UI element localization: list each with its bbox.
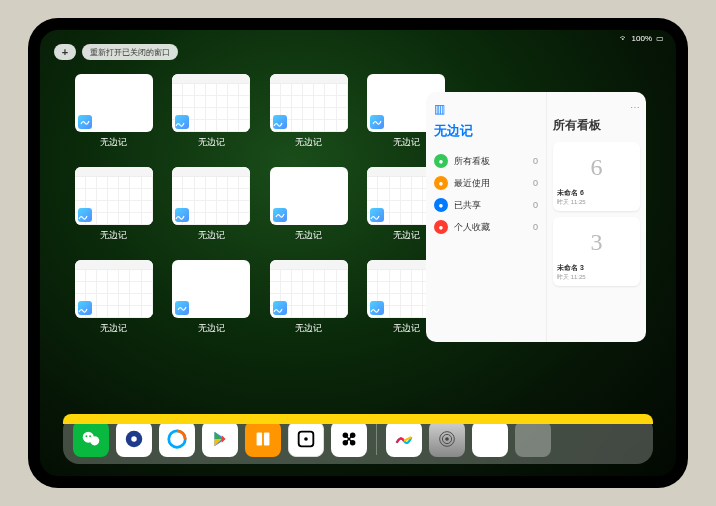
window-thumbnail[interactable] <box>172 260 250 318</box>
app-window[interactable]: 无边记 <box>70 167 158 242</box>
sidebar-item-label: 最近使用 <box>454 177 490 190</box>
window-label: 无边记 <box>295 229 322 242</box>
sidebar-item-count: 0 <box>533 156 538 166</box>
freeform-app-icon <box>175 115 189 129</box>
freeform-app-icon <box>370 208 384 222</box>
battery-label: 100% <box>632 34 652 43</box>
screen: ᯤ 100% ▭ + 重新打开已关闭的窗口 无边记无边记无边记无边记无边记无边记… <box>40 30 676 476</box>
sidebar-item-label: 所有看板 <box>454 155 490 168</box>
sidebar-item[interactable]: ●已共享0 <box>434 194 538 216</box>
app-window[interactable]: 无边记 <box>265 167 353 242</box>
panel-title: 无边记 <box>434 122 538 140</box>
window-label: 无边记 <box>198 136 225 149</box>
app-window[interactable]: 无边记 <box>265 260 353 335</box>
window-label: 无边记 <box>393 322 420 335</box>
svg-point-19 <box>445 437 449 441</box>
window-grid: 无边记无边记无边记无边记无边记无边记无边记无边记无边记无边记无边记无边记 <box>70 74 450 335</box>
freeform-app-icon <box>273 208 287 222</box>
board-preview: 6 <box>557 146 636 188</box>
sidebar-item-count: 0 <box>533 200 538 210</box>
window-label: 无边记 <box>198 229 225 242</box>
board-name: 未命名 6 <box>557 188 636 198</box>
board-preview: 3 <box>557 221 636 263</box>
panel-right-title: 所有看板 <box>553 117 640 134</box>
freeform-app-icon <box>78 115 92 129</box>
window-thumbnail[interactable] <box>75 260 153 318</box>
freeform-app-icon <box>175 208 189 222</box>
window-label: 无边记 <box>295 322 322 335</box>
ipad-frame: ᯤ 100% ▭ + 重新打开已关闭的窗口 无边记无边记无边记无边记无边记无边记… <box>28 18 688 488</box>
board-name: 未命名 3 <box>557 263 636 273</box>
sidebar-item-label: 已共享 <box>454 199 481 212</box>
more-icon[interactable]: ⋯ <box>630 102 640 113</box>
freeform-app-icon <box>175 301 189 315</box>
add-window-button[interactable]: + <box>54 44 76 60</box>
freeform-app-icon <box>370 115 384 129</box>
freeform-app-icon <box>78 301 92 315</box>
svg-point-1 <box>90 436 99 445</box>
reopen-closed-button[interactable]: 重新打开已关闭的窗口 <box>82 44 178 60</box>
play-store-icon[interactable] <box>202 421 238 457</box>
board-card[interactable]: 6未命名 6昨天 11:25 <box>553 142 640 211</box>
app-library-icon[interactable] <box>515 421 551 457</box>
sidebar-item-icon: ● <box>434 176 448 190</box>
window-thumbnail[interactable] <box>172 74 250 132</box>
window-thumbnail[interactable] <box>75 167 153 225</box>
sidebar-item-icon: ● <box>434 154 448 168</box>
status-bar: ᯤ 100% ▭ <box>620 34 664 43</box>
window-thumbnail[interactable] <box>270 74 348 132</box>
notes-icon[interactable] <box>472 421 508 457</box>
board-card[interactable]: 3未命名 3昨天 11:25 <box>553 217 640 286</box>
app-window[interactable]: 无边记 <box>70 74 158 149</box>
window-label: 无边记 <box>198 322 225 335</box>
wifi-icon: ᯤ <box>620 34 628 43</box>
window-thumbnail[interactable] <box>75 74 153 132</box>
app-circle-icon[interactable] <box>288 421 324 457</box>
app-window[interactable]: 无边记 <box>70 260 158 335</box>
window-label: 无边记 <box>100 136 127 149</box>
freeform-icon[interactable] <box>386 421 422 457</box>
svg-point-5 <box>131 436 137 442</box>
board-time: 昨天 11:25 <box>557 198 636 207</box>
app-blue-icon[interactable] <box>116 421 152 457</box>
wechat-icon[interactable] <box>73 421 109 457</box>
dock <box>63 414 653 464</box>
svg-point-2 <box>86 435 88 437</box>
freeform-app-icon <box>370 301 384 315</box>
sidebar-item[interactable]: ●最近使用0 <box>434 172 538 194</box>
svg-point-10 <box>304 437 308 441</box>
app-window[interactable]: 无边记 <box>265 74 353 149</box>
window-label: 无边记 <box>393 136 420 149</box>
board-time: 昨天 11:25 <box>557 273 636 282</box>
freeform-app-icon <box>78 208 92 222</box>
window-thumbnail[interactable] <box>270 167 348 225</box>
panel-main: ⋯ 所有看板 6未命名 6昨天 11:253未命名 3昨天 11:25 <box>547 92 646 342</box>
sidebar-item[interactable]: ●个人收藏0 <box>434 216 538 238</box>
window-thumbnail[interactable] <box>172 167 250 225</box>
app-dots-icon[interactable] <box>331 421 367 457</box>
settings-icon[interactable] <box>429 421 465 457</box>
sidebar-item-icon: ● <box>434 198 448 212</box>
sidebar-toggle-icon[interactable]: ▥ <box>434 102 538 116</box>
sidebar-item-count: 0 <box>533 178 538 188</box>
sidebar-item-count: 0 <box>533 222 538 232</box>
qq-browser-icon[interactable] <box>159 421 195 457</box>
sidebar-item-label: 个人收藏 <box>454 221 490 234</box>
freeform-app-icon <box>273 301 287 315</box>
svg-point-3 <box>89 435 91 437</box>
battery-icon: ▭ <box>656 34 664 43</box>
sidebar-item[interactable]: ●所有看板0 <box>434 150 538 172</box>
panel-sidebar: ▥ 无边记 ●所有看板0●最近使用0●已共享0●个人收藏0 <box>426 92 547 342</box>
app-window[interactable]: 无边记 <box>168 74 256 149</box>
freeform-app-icon <box>273 115 287 129</box>
window-label: 无边记 <box>393 229 420 242</box>
books-icon[interactable] <box>245 421 281 457</box>
window-label: 无边记 <box>295 136 322 149</box>
svg-rect-8 <box>264 433 270 446</box>
freeform-panel: ▥ 无边记 ●所有看板0●最近使用0●已共享0●个人收藏0 ⋯ 所有看板 6未命… <box>426 92 646 342</box>
sidebar-item-icon: ● <box>434 220 448 234</box>
app-window[interactable]: 无边记 <box>168 167 256 242</box>
dock-separator <box>376 423 377 455</box>
window-thumbnail[interactable] <box>270 260 348 318</box>
app-window[interactable]: 无边记 <box>168 260 256 335</box>
